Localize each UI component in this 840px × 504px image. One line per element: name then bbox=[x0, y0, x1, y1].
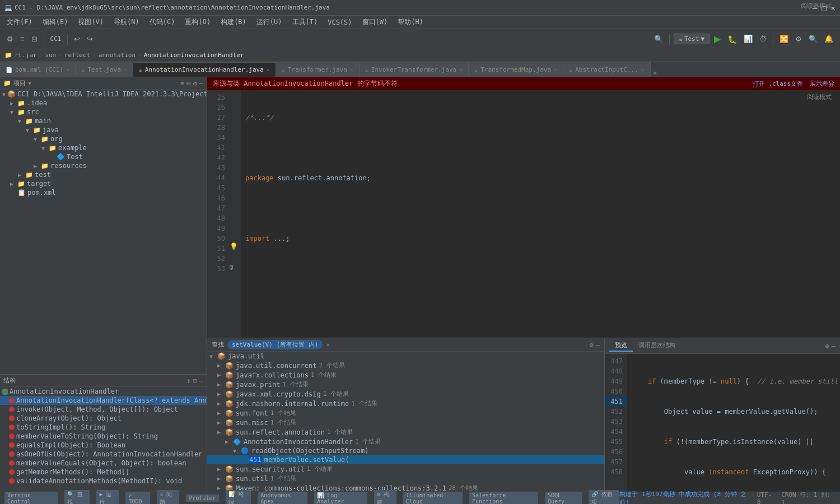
toolbar-settings-btn[interactable]: ⊟ bbox=[29, 34, 40, 44]
tree-java[interactable]: ▼ 📁 java bbox=[0, 125, 207, 134]
coverage-button[interactable]: 📊 bbox=[741, 34, 755, 44]
result-sun-util[interactable]: ▶ 📦 sun.util 1 个结果 bbox=[207, 474, 604, 483]
tree-idea[interactable]: ▶ 📁 .idea bbox=[0, 99, 207, 108]
toolbar-back-btn[interactable]: ⚙ bbox=[4, 34, 16, 44]
struct-membervalue[interactable]: memberValueToString(Object): String bbox=[0, 432, 207, 441]
result-javafx[interactable]: ▶ 📦 javafx.collections 1 个结果 bbox=[207, 370, 604, 380]
bottom-tab-preview[interactable]: 预览 bbox=[609, 340, 633, 352]
struct-memberequals[interactable]: memberValueEquals(Object, Object): boole… bbox=[0, 459, 207, 468]
struct-tostring[interactable]: toStringImpl(): String bbox=[0, 423, 207, 432]
tab-close-test[interactable]: ✕ bbox=[124, 67, 127, 73]
menu-code[interactable]: 代码(C) bbox=[145, 16, 180, 28]
menu-file[interactable]: 文件(F) bbox=[2, 16, 37, 28]
menu-refactor[interactable]: 重构(O) bbox=[180, 16, 215, 28]
menu-build[interactable]: 构建(B) bbox=[216, 16, 251, 28]
todo-btn[interactable]: ✓ TODO bbox=[125, 492, 150, 505]
tab-pom-xml[interactable]: 📄 pom.xml (CC1) ✕ bbox=[0, 62, 76, 77]
tree-test-class[interactable]: ▶ 🔷 Test bbox=[0, 152, 207, 161]
result-sun-reflect[interactable]: ▶ 📦 sun.reflect.annotation 1 个结果 bbox=[207, 427, 604, 437]
run-button[interactable]: ▶ bbox=[712, 32, 723, 45]
tree-resources[interactable]: ▶ 📁 resources bbox=[0, 161, 207, 170]
tab-invoker-transformer[interactable]: ☕ InvokerTransformer.java ✕ bbox=[360, 62, 469, 77]
toolbar-forward-btn[interactable]: ≡ bbox=[18, 34, 27, 44]
result-java-util-concurrent[interactable]: ▶ 📦 java.util.concurrent 2 个结果 bbox=[207, 361, 604, 370]
bottom-code-content[interactable]: if (memberType != null ) { // i.e. membe… bbox=[627, 354, 840, 492]
struct-equals[interactable]: equalsImpl(Object): Boolean bbox=[0, 441, 207, 450]
menu-tools[interactable]: 工具(T) bbox=[288, 16, 323, 28]
project-dropdown[interactable]: ▼ bbox=[28, 80, 31, 86]
toolbar-search2-btn[interactable]: 🔍 bbox=[806, 34, 820, 44]
structure-filter-btn[interactable]: ⊟ bbox=[193, 377, 197, 385]
log-analyzer-btn[interactable]: 📊 Log Analyzer bbox=[314, 492, 367, 505]
bulb-icon[interactable]: 💡 bbox=[230, 242, 238, 250]
project-settings-btn[interactable]: ⚙ bbox=[193, 80, 197, 87]
result-jdk-nashorn[interactable]: ▶ 📦 jdk.nashorn.internal.runtime 1 个结果 bbox=[207, 399, 604, 408]
tab-close-abstract[interactable]: ✕ bbox=[641, 67, 645, 73]
bottom-close-btn[interactable]: — bbox=[832, 342, 836, 350]
toolbar-settings2-btn[interactable]: ⚙ bbox=[793, 34, 804, 44]
menu-edit[interactable]: 编辑(E) bbox=[38, 16, 73, 28]
menu-window[interactable]: 窗口(W) bbox=[358, 16, 393, 28]
struct-getmember[interactable]: getMemberMethods(): Method[] bbox=[0, 468, 207, 477]
tree-target[interactable]: ▶ 📁 target bbox=[0, 179, 207, 188]
tab-close-invoker[interactable]: ✕ bbox=[459, 67, 463, 73]
soql-btn[interactable]: SOQL Query bbox=[545, 492, 582, 505]
find-status-btn[interactable]: 🔍 查找 bbox=[64, 490, 90, 505]
encoding-label[interactable]: UTF-8 bbox=[757, 491, 775, 505]
run-config-selector[interactable]: ☕ Test ▼ bbox=[674, 34, 710, 44]
result-sun-security[interactable]: ▶ 📦 sun.security.util 1 个结果 bbox=[207, 464, 604, 474]
show-diff-btn[interactable]: 展示差异 bbox=[810, 80, 834, 88]
gutter-method-icon[interactable]: @ bbox=[230, 264, 233, 270]
breadcrumb-annotation[interactable]: annotation bbox=[99, 52, 136, 59]
result-read-object[interactable]: ▼ 🔵 readObject(ObjectInputStream) bbox=[207, 446, 604, 455]
toolbar-redo-btn[interactable]: ↪ bbox=[85, 34, 95, 44]
tab-abstract-input[interactable]: ☕ AbstractInputC... ✕ bbox=[563, 62, 651, 77]
find-tab-active[interactable]: setValue(V) (所有位置 内) bbox=[227, 340, 323, 349]
debug-button[interactable]: 🐛 bbox=[725, 34, 739, 45]
tree-example[interactable]: ▼ 📁 example bbox=[0, 143, 207, 152]
toolbar-search-btn[interactable]: 🔍 bbox=[652, 34, 665, 44]
find-settings-btn[interactable]: ⚙ bbox=[590, 341, 594, 349]
illuminated-cloud-btn[interactable]: Illuminated Cloud bbox=[403, 492, 463, 505]
result-javax-print[interactable]: ▶ 📦 javax.print 1 个结果 bbox=[207, 380, 604, 389]
breadcrumb-class[interactable]: AnnotationInvocationHandler bbox=[144, 52, 244, 59]
struct-constructor[interactable]: AnnotationInvocationHandler(Class<? exte… bbox=[0, 396, 207, 405]
struct-clone[interactable]: cloneArray(Object): Object bbox=[0, 414, 207, 423]
bottom-tab-call-hierarchy[interactable]: 调用层次结构 bbox=[633, 340, 681, 352]
find-close-tab[interactable]: ✕ bbox=[326, 341, 330, 348]
build-btn[interactable]: ⚙ 构建 bbox=[374, 490, 396, 505]
tree-cc1[interactable]: ▼ 📦 CC1 D:\JAVA\IDEA IntelliJ IDEA 2021.… bbox=[0, 90, 207, 99]
dependencies-btn[interactable]: 🔗 依赖项 bbox=[589, 490, 619, 505]
project-close-btn[interactable]: — bbox=[199, 80, 203, 87]
profiler-btn[interactable]: Profiler bbox=[186, 494, 218, 502]
project-collapse-btn[interactable]: ⊟ bbox=[186, 80, 190, 87]
result-sun-font[interactable]: ▶ 📦 sun.font 1 个结果 bbox=[207, 408, 604, 418]
tree-org[interactable]: ▼ 📁 org bbox=[0, 134, 207, 143]
tree-src[interactable]: ▼ 📁 src bbox=[0, 108, 207, 116]
result-annotation-handler[interactable]: ▶ 🔷 AnnotationInvocationHandler 1 个结果 bbox=[207, 437, 604, 446]
struct-validate[interactable]: validateAnnotationMethods(MethodII): voi… bbox=[0, 477, 207, 486]
menu-navigate[interactable]: 导航(N) bbox=[109, 16, 144, 28]
menu-view[interactable]: 视图(V) bbox=[73, 16, 108, 28]
structure-close-btn[interactable]: — bbox=[199, 377, 203, 385]
struct-invoke[interactable]: invoke(Object, Method, Object[]): Object bbox=[0, 405, 207, 414]
result-member-setvalue[interactable]: ▶ 451 memberValue.setValue( bbox=[207, 455, 604, 464]
tree-test-folder[interactable]: ▶ 📁 test bbox=[0, 170, 207, 179]
tree-main[interactable]: ▼ 📁 main bbox=[0, 116, 207, 125]
open-class-file-btn[interactable]: 打开 .class文件 bbox=[753, 80, 803, 88]
result-java-util[interactable]: ▼ 📦 java.util bbox=[207, 352, 604, 361]
result-sun-misc[interactable]: ▶ 📦 sun.misc 1 个结果 bbox=[207, 418, 604, 427]
more-tabs-btn[interactable]: » bbox=[653, 69, 657, 77]
result-javax-xml[interactable]: ▶ 📦 javax.xml.crypto.dsig 1 个结果 bbox=[207, 389, 604, 399]
tab-close-pom[interactable]: ✕ bbox=[66, 67, 69, 73]
problems-btn[interactable]: ⚠ 问题 bbox=[157, 490, 179, 505]
toolbar-notifications-btn[interactable]: 🔔 bbox=[822, 34, 836, 44]
tab-close-transformed[interactable]: ✕ bbox=[554, 67, 557, 73]
menu-vcs[interactable]: VCS(S) bbox=[323, 17, 356, 27]
tab-transformer[interactable]: ☕ Transformer.java ✕ bbox=[276, 62, 360, 77]
struct-class[interactable]: C AnnotationInvocationHandler bbox=[0, 387, 207, 396]
terminal-btn[interactable]: 📝 终端 bbox=[226, 490, 251, 505]
profile-button[interactable]: ⏱ bbox=[757, 34, 769, 44]
toolbar-git-btn[interactable]: 🔀 bbox=[777, 34, 791, 44]
tab-close-transformer[interactable]: ✕ bbox=[350, 67, 353, 73]
